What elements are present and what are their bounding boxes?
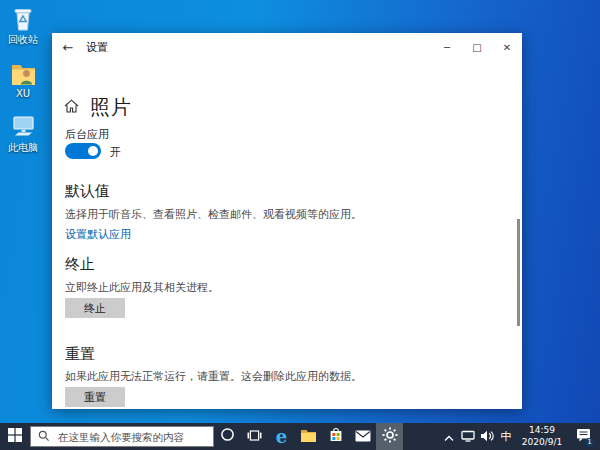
home-icon <box>64 98 79 117</box>
clock-date: 2020/9/1 <box>516 437 568 448</box>
search-icon <box>38 427 50 446</box>
reset-button[interactable]: 重置 <box>65 387 125 407</box>
ime-indicator[interactable]: 中 <box>496 423 516 450</box>
close-button[interactable]: ✕ <box>492 33 522 61</box>
taskbar-clock[interactable]: 14:59 2020/9/1 <box>516 425 568 448</box>
desktop-icon-label: 回收站 <box>0 34 46 45</box>
speaker-icon <box>480 427 494 446</box>
search-input[interactable] <box>56 430 206 444</box>
terminate-description: 立即终止此应用及其相关进程。 <box>65 280 219 295</box>
reset-heading: 重置 <box>65 345 95 364</box>
chevron-up-icon <box>444 427 454 446</box>
background-apps-toggle[interactable] <box>65 143 101 159</box>
settings-app-button[interactable] <box>376 423 403 450</box>
reset-description: 如果此应用无法正常运行，请重置。这会删除此应用的数据。 <box>65 369 362 384</box>
start-button[interactable] <box>0 423 30 450</box>
edge-browser-button[interactable]: e <box>268 423 295 450</box>
microsoft-store-button[interactable] <box>322 423 349 450</box>
back-button[interactable]: ← <box>52 33 84 61</box>
scrollbar-thumb[interactable] <box>517 219 520 326</box>
window-title: 设置 <box>86 40 108 55</box>
background-apps-label: 后台应用 <box>65 127 109 142</box>
edge-icon: e <box>276 428 287 446</box>
maximize-button[interactable]: □ <box>462 33 492 61</box>
terminate-button[interactable]: 终止 <box>65 298 125 318</box>
toggle-knob <box>88 146 98 156</box>
notification-badge: 1 <box>585 438 594 447</box>
terminate-heading: 终止 <box>65 255 95 274</box>
task-view-icon <box>247 427 262 446</box>
desktop-icon-label: 此电脑 <box>0 142 46 153</box>
windows-logo-icon <box>8 427 22 446</box>
taskbar-search-box[interactable] <box>30 426 214 447</box>
window-titlebar: ← 设置 ─ □ ✕ <box>52 33 522 61</box>
desktop-background: 回收站 XU 此电脑 ← 设置 <box>0 0 600 450</box>
defaults-description: 选择用于听音乐、查看照片、检查邮件、观看视频等的应用。 <box>65 207 362 222</box>
page-title: 照片 <box>90 94 132 121</box>
task-view-button[interactable] <box>241 423 268 450</box>
mail-envelope-icon <box>355 427 371 446</box>
gear-icon <box>382 427 398 447</box>
cortana-circle-icon <box>220 427 235 446</box>
maximize-icon: □ <box>472 42 481 53</box>
folder-user-icon <box>0 61 46 86</box>
clock-time: 14:59 <box>516 425 568 436</box>
set-default-apps-link[interactable]: 设置默认应用 <box>65 227 131 242</box>
mail-button[interactable] <box>349 423 376 450</box>
desktop-icon-user-folder[interactable]: XU <box>0 61 46 99</box>
folder-icon <box>300 427 317 446</box>
defaults-heading: 默认值 <box>65 182 110 201</box>
network-status-button[interactable] <box>458 423 477 450</box>
minimize-button[interactable]: ─ <box>432 33 462 61</box>
computer-icon <box>0 114 46 140</box>
volume-button[interactable] <box>477 423 496 450</box>
desktop-icon-label: XU <box>0 88 46 99</box>
desktop-icon-this-pc[interactable]: 此电脑 <box>0 114 46 153</box>
taskbar: e <box>0 423 600 450</box>
file-explorer-button[interactable] <box>295 423 322 450</box>
system-tray: 中 14:59 2020/9/1 1 <box>439 423 600 450</box>
store-bag-icon <box>329 427 343 446</box>
ethernet-network-icon <box>461 427 475 446</box>
caption-buttons: ─ □ ✕ <box>432 33 522 61</box>
recycle-bin-icon <box>0 5 46 32</box>
settings-page-content: 照片 后台应用 开 默认值 选择用于听音乐、查看照片、检查邮件、观看视频等的应用… <box>52 61 522 409</box>
toggle-state-label: 开 <box>110 145 121 160</box>
page-header: 照片 <box>64 94 132 121</box>
minimize-icon: ─ <box>444 42 450 53</box>
cortana-button[interactable] <box>214 423 241 450</box>
action-center-button[interactable]: 1 <box>568 423 598 450</box>
settings-window: ← 设置 ─ □ ✕ <box>52 33 522 409</box>
desktop-icon-recycle-bin[interactable]: 回收站 <box>0 5 46 45</box>
close-icon: ✕ <box>503 42 511 53</box>
show-hidden-icons-button[interactable] <box>439 423 458 450</box>
back-arrow-icon: ← <box>63 40 74 55</box>
